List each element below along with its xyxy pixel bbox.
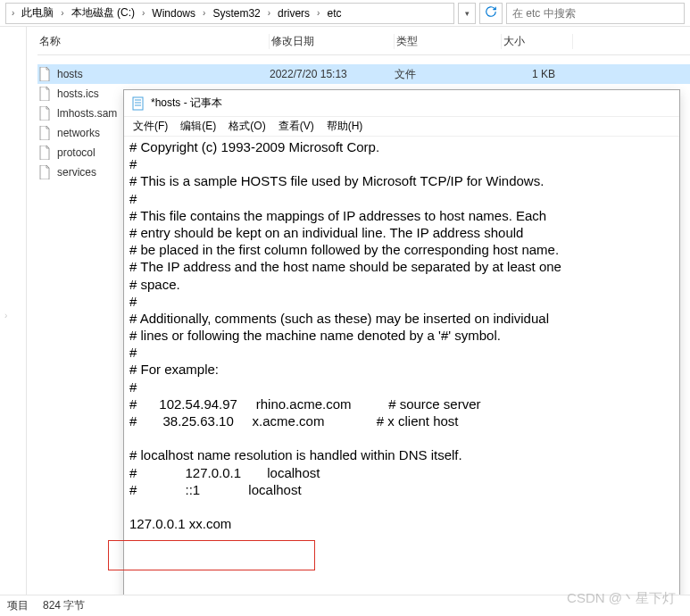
column-name[interactable]: 名称	[37, 34, 270, 49]
file-size: 1 KB	[502, 68, 573, 80]
file-icon	[37, 67, 52, 81]
breadcrumb-crumb[interactable]: etc	[323, 7, 345, 20]
chevron-right-icon: ›	[266, 8, 272, 18]
chevron-down-icon: ▾	[465, 9, 470, 18]
chevron-right-icon: ›	[10, 8, 16, 18]
column-size[interactable]: 大小	[502, 34, 573, 49]
file-type: 文件	[395, 67, 502, 82]
file-icon	[37, 87, 52, 101]
file-icon	[37, 146, 52, 160]
notepad-titlebar[interactable]: *hosts - 记事本	[124, 90, 679, 117]
chevron-right-icon: ›	[315, 8, 321, 18]
chevron-right-icon: ›	[140, 8, 146, 18]
file-row[interactable]: hosts2022/7/20 15:13文件1 KB	[37, 64, 690, 84]
menu-format[interactable]: 格式(O)	[223, 117, 270, 136]
breadcrumb-crumb[interactable]: Windows	[148, 7, 199, 20]
history-dropdown[interactable]: ▾	[458, 3, 476, 24]
file-icon	[37, 126, 52, 140]
status-size: 824 字节	[43, 598, 85, 613]
status-bar: 项目 824 字节	[0, 595, 690, 616]
breadcrumb[interactable]: › 此电脑 › 本地磁盘 (C:) › Windows › System32 ›…	[5, 3, 454, 24]
refresh-button[interactable]	[479, 3, 503, 24]
file-name: lmhosts.sam	[57, 107, 117, 120]
column-headers: 名称 修改日期 类型 大小	[37, 34, 690, 55]
chevron-right-icon: ›	[201, 8, 207, 18]
notepad-window[interactable]: *hosts - 记事本 文件(F) 编辑(E) 格式(O) 查看(V) 帮助(…	[123, 89, 680, 607]
file-name: services	[57, 166, 96, 179]
menu-file[interactable]: 文件(F)	[128, 117, 173, 136]
breadcrumb-crumb[interactable]: 此电脑	[18, 5, 57, 21]
search-input[interactable]	[506, 3, 685, 24]
menu-edit[interactable]: 编辑(E)	[175, 117, 221, 136]
notepad-textarea[interactable]: # Copyright (c) 1993-2009 Microsoft Corp…	[124, 137, 679, 606]
refresh-icon	[485, 5, 497, 21]
status-items: 项目	[7, 598, 29, 613]
file-date: 2022/7/20 15:13	[270, 68, 395, 80]
chevron-right-icon: ›	[3, 311, 9, 320]
notepad-menubar: 文件(F) 编辑(E) 格式(O) 查看(V) 帮助(H)	[124, 117, 679, 137]
column-date[interactable]: 修改日期	[270, 34, 395, 49]
svg-rect-0	[133, 97, 143, 110]
chevron-right-icon: ›	[59, 8, 65, 18]
menu-view[interactable]: 查看(V)	[273, 117, 320, 136]
file-name: networks	[57, 127, 100, 139]
column-type[interactable]: 类型	[395, 34, 502, 49]
file-name: hosts.ics	[57, 87, 99, 100]
notepad-title-text: *hosts - 记事本	[151, 96, 222, 111]
file-name: protocol	[57, 146, 96, 159]
menu-help[interactable]: 帮助(H)	[321, 117, 369, 136]
file-icon	[37, 165, 52, 179]
file-icon	[37, 106, 52, 121]
notepad-icon	[131, 96, 145, 111]
breadcrumb-crumb[interactable]: 本地磁盘 (C:)	[68, 5, 138, 21]
breadcrumb-crumb[interactable]: System32	[209, 7, 263, 20]
breadcrumb-crumb[interactable]: drivers	[274, 7, 313, 20]
folder-tree-gutter: ›	[0, 27, 27, 595]
file-name: hosts	[57, 68, 83, 80]
